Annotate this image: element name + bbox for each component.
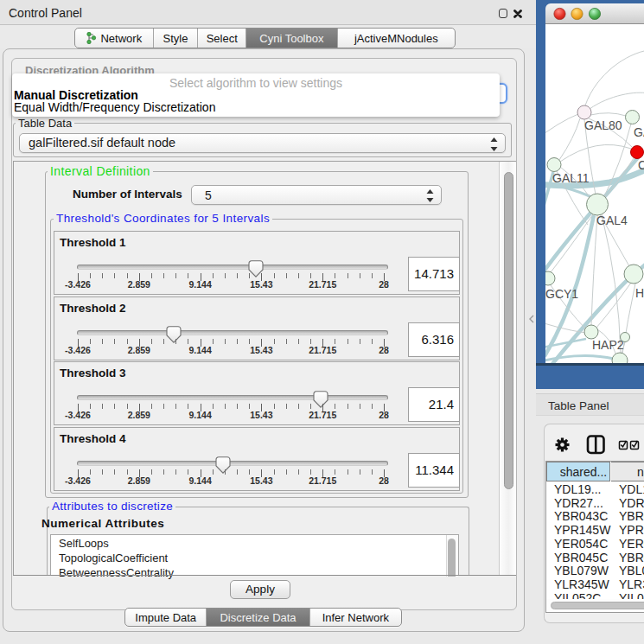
svg-text:GAL4: GAL4 [596,214,628,227]
svg-text:GAL80: GAL80 [584,118,622,132]
svg-text:GAL11: GAL11 [552,171,590,185]
svg-text:C: C [638,158,644,172]
svg-text:GCY1: GCY1 [545,287,578,301]
svg-text:GA: GA [634,125,644,139]
svg-text:H: H [635,286,644,300]
svg-text:HAP2: HAP2 [592,338,624,352]
